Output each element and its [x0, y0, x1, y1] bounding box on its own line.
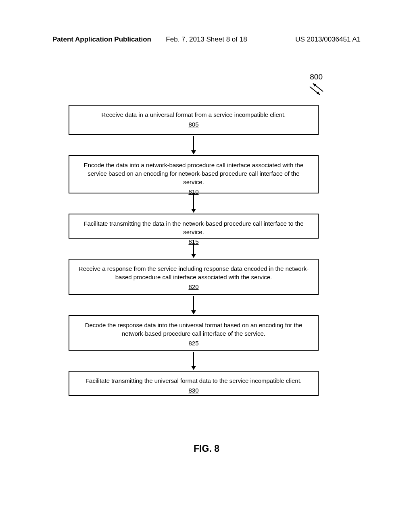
step-text: Encode the data into a network-based pro… — [84, 162, 304, 185]
step-text: Facilitate transmitting the universal fo… — [86, 377, 302, 384]
flowchart-arrow — [69, 239, 319, 259]
step-number: 825 — [77, 339, 310, 347]
svg-marker-1 — [317, 91, 320, 95]
flowchart-step-810: Encode the data into a network-based pro… — [69, 155, 319, 193]
step-text: Facilitate transmitting the data in the … — [83, 220, 303, 235]
page-header: Patent Application Publication Feb. 7, 2… — [0, 35, 413, 44]
step-number: 805 — [77, 120, 310, 129]
step-text: Receive a response from the service incl… — [79, 265, 309, 281]
flowchart-step-825: Decode the response data into the univer… — [69, 315, 319, 351]
svg-marker-3 — [313, 83, 316, 87]
reference-arrow-icon — [306, 83, 326, 101]
header-date-sheet: Feb. 7, 2013 Sheet 8 of 18 — [166, 35, 247, 44]
flowchart-step-830: Facilitate transmitting the universal fo… — [69, 371, 319, 396]
flowchart-arrow — [69, 295, 319, 315]
header-pub-number: US 2013/0036451 A1 — [295, 35, 361, 44]
step-text: Receive data in a universal format from … — [102, 111, 286, 118]
flowchart-step-805: Receive data in a universal format from … — [69, 105, 319, 135]
flowchart-step-820: Receive a response from the service incl… — [69, 259, 319, 295]
step-text: Decode the response data into the univer… — [85, 322, 302, 337]
flowchart-arrow — [69, 135, 319, 155]
flowchart-diagram: 800 Receive data in a universal format f… — [69, 105, 319, 396]
step-number: 830 — [77, 386, 310, 395]
flowchart-arrow — [69, 193, 319, 214]
figure-label: FIG. 8 — [0, 443, 413, 454]
header-publication-type: Patent Application Publication — [52, 35, 151, 44]
flowchart-reference-number: 800 — [310, 73, 323, 81]
flowchart-arrow — [69, 351, 319, 371]
step-number: 820 — [77, 283, 310, 291]
flowchart-step-815: Facilitate transmitting the data in the … — [69, 214, 319, 239]
